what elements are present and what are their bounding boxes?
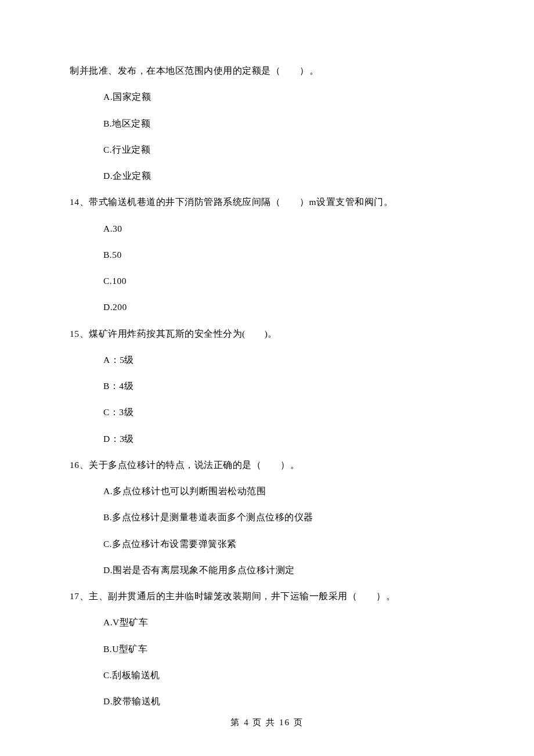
q15-option-c: C：3级	[103, 405, 464, 419]
option-b: B.地区定额	[103, 117, 464, 130]
q16-option-c: C.多点位移计布设需要弹簧张紧	[103, 537, 464, 550]
q14-option-d: D.200	[103, 300, 464, 314]
page-content: 制并批准、发布，在本地区范围内使用的定额是（ ）。 A.国家定额 B.地区定额 …	[0, 0, 534, 708]
q17-option-a: A.V型矿车	[103, 615, 464, 629]
q16-stem: 16、关于多点位移计的特点，说法正确的是（ ）。	[70, 458, 464, 471]
option-c: C.行业定额	[103, 143, 464, 156]
q15-stem: 15、煤矿许用炸药按其瓦斯的安全性分为( )。	[70, 327, 464, 340]
q14-option-c: C.100	[103, 274, 464, 287]
q15-option-d: D：3级	[103, 432, 464, 445]
q14-option-b: B.50	[103, 248, 464, 261]
q14-stem: 14、带式输送机巷道的井下消防管路系统应间隔（ ）m设置支管和阀门。	[70, 195, 464, 208]
q16-option-b: B.多点位移计是测量巷道表面多个测点位移的仪器	[103, 510, 464, 524]
q15-option-a: A：5级	[103, 353, 464, 366]
q16-option-a: A.多点位移计也可以判断围岩松动范围	[103, 484, 464, 498]
continuation-stem: 制并批准、发布，在本地区范围内使用的定额是（ ）。	[70, 64, 464, 77]
option-a: A.国家定额	[103, 90, 464, 103]
q14-option-a: A.30	[103, 222, 464, 235]
q17-option-c: C.刮板输送机	[103, 668, 464, 682]
q17-stem: 17、主、副井贯通后的主井临时罐笼改装期间，井下运输一般采用（ ）。	[70, 589, 464, 603]
q15-option-b: B：4级	[103, 379, 464, 393]
page-footer: 第 4 页 共 16 页	[0, 717, 534, 728]
q17-option-b: B.U型矿车	[103, 642, 464, 656]
q16-option-d: D.围岩是否有离层现象不能用多点位移计测定	[103, 563, 464, 577]
q17-option-d: D.胶带输送机	[103, 694, 464, 708]
option-d: D.企业定额	[103, 169, 464, 182]
